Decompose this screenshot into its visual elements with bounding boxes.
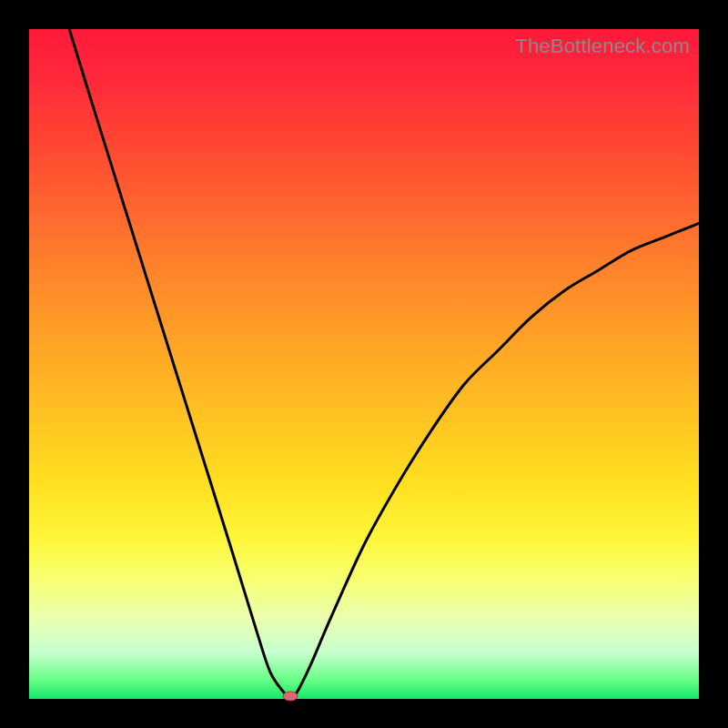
curve-right xyxy=(290,223,699,699)
curve-left xyxy=(69,29,290,699)
chart-svg xyxy=(29,29,699,699)
chart-frame: TheBottleneck.com xyxy=(0,0,728,728)
plot-area: TheBottleneck.com xyxy=(29,29,699,699)
minimum-marker xyxy=(283,692,298,701)
